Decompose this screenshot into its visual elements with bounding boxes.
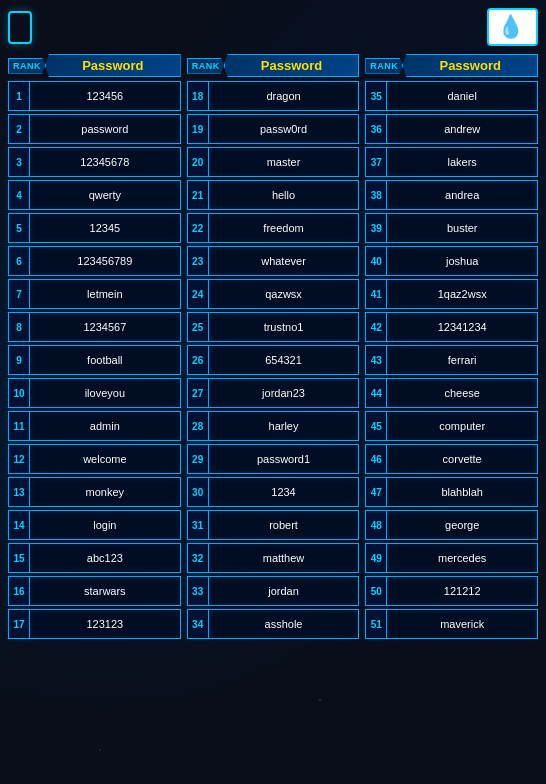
rank-number: 10 <box>8 378 30 408</box>
rank-header-label: RANK <box>8 58 46 74</box>
rank-number: 28 <box>187 411 209 441</box>
password-value: dragon <box>209 81 360 111</box>
password-header-label: Password <box>224 54 360 77</box>
rank-number: 13 <box>8 477 30 507</box>
rank-number: 47 <box>365 477 387 507</box>
password-value: andrew <box>387 114 538 144</box>
title-box <box>8 11 32 44</box>
table-row: 31robert <box>187 510 360 540</box>
password-value: freedom <box>209 213 360 243</box>
rank-number: 39 <box>365 213 387 243</box>
table-row: 43ferrari <box>365 345 538 375</box>
table-row: 48george <box>365 510 538 540</box>
password-value: andrea <box>387 180 538 210</box>
table-row: 46corvette <box>365 444 538 474</box>
table-row: 35daniel <box>365 81 538 111</box>
rank-number: 27 <box>187 378 209 408</box>
password-value: 123456789 <box>30 246 181 276</box>
password-value: ferrari <box>387 345 538 375</box>
password-value: 1qaz2wsx <box>387 279 538 309</box>
password-value: lakers <box>387 147 538 177</box>
rank-number: 40 <box>365 246 387 276</box>
password-value: monkey <box>30 477 181 507</box>
table-row: 9football <box>8 345 181 375</box>
password-value: 123123 <box>30 609 181 639</box>
password-value: blahblah <box>387 477 538 507</box>
table-row: 14login <box>8 510 181 540</box>
table-row: 51maverick <box>365 609 538 639</box>
password-value: asshole <box>209 609 360 639</box>
table-row: 7letmein <box>8 279 181 309</box>
table-row: 1123456 <box>8 81 181 111</box>
table-row: 18dragon <box>187 81 360 111</box>
rank-number: 4 <box>8 180 30 210</box>
page-header: 💧 <box>8 8 538 46</box>
table-row: 25trustno1 <box>187 312 360 342</box>
rank-number: 49 <box>365 543 387 573</box>
password-value: whatever <box>209 246 360 276</box>
table-row: 26654321 <box>187 345 360 375</box>
table-row: 50121212 <box>365 576 538 606</box>
rank-number: 2 <box>8 114 30 144</box>
rank-number: 16 <box>8 576 30 606</box>
rank-number: 33 <box>187 576 209 606</box>
table-row: 512345 <box>8 213 181 243</box>
table-row: 32matthew <box>187 543 360 573</box>
column-header: RANKPassword <box>187 54 360 77</box>
table-row: 37lakers <box>365 147 538 177</box>
table-row: 6123456789 <box>8 246 181 276</box>
table-row: 24qazwsx <box>187 279 360 309</box>
table-row: 411qaz2wsx <box>365 279 538 309</box>
password-header-label: Password <box>45 54 181 77</box>
table-row: 11admin <box>8 411 181 441</box>
rank-number: 35 <box>365 81 387 111</box>
table-row: 19passw0rd <box>187 114 360 144</box>
rank-number: 22 <box>187 213 209 243</box>
password-value: qwerty <box>30 180 181 210</box>
rank-number: 32 <box>187 543 209 573</box>
rank-number: 9 <box>8 345 30 375</box>
rank-number: 20 <box>187 147 209 177</box>
password-value: jordan23 <box>209 378 360 408</box>
rank-number: 18 <box>187 81 209 111</box>
rank-number: 21 <box>187 180 209 210</box>
table-row: 28harley <box>187 411 360 441</box>
password-value: passw0rd <box>209 114 360 144</box>
password-value: password <box>30 114 181 144</box>
rank-number: 44 <box>365 378 387 408</box>
password-value: 12345 <box>30 213 181 243</box>
password-value: master <box>209 147 360 177</box>
table-row: 301234 <box>187 477 360 507</box>
rank-number: 12 <box>8 444 30 474</box>
rank-number: 34 <box>187 609 209 639</box>
password-value: 12341234 <box>387 312 538 342</box>
table-row: 81234567 <box>8 312 181 342</box>
password-value: iloveyou <box>30 378 181 408</box>
rank-number: 41 <box>365 279 387 309</box>
logo-box: 💧 <box>487 8 538 46</box>
password-value: letmein <box>30 279 181 309</box>
password-value: daniel <box>387 81 538 111</box>
password-value: password1 <box>209 444 360 474</box>
column-2: RANKPassword18dragon19passw0rd20master21… <box>187 54 360 642</box>
column-header: RANKPassword <box>8 54 181 77</box>
rank-header-label: RANK <box>365 58 403 74</box>
table-row: 2password <box>8 114 181 144</box>
rank-number: 24 <box>187 279 209 309</box>
rank-number: 3 <box>8 147 30 177</box>
password-value: corvette <box>387 444 538 474</box>
password-value: 12345678 <box>30 147 181 177</box>
rank-number: 6 <box>8 246 30 276</box>
table-row: 312345678 <box>8 147 181 177</box>
table-row: 34asshole <box>187 609 360 639</box>
table-row: 13monkey <box>8 477 181 507</box>
password-value: george <box>387 510 538 540</box>
table-row: 23whatever <box>187 246 360 276</box>
rank-number: 25 <box>187 312 209 342</box>
password-value: computer <box>387 411 538 441</box>
password-value: qazwsx <box>209 279 360 309</box>
column-1: RANKPassword11234562password3123456784qw… <box>8 54 181 642</box>
password-value: starwars <box>30 576 181 606</box>
table-row: 49mercedes <box>365 543 538 573</box>
table-row: 12welcome <box>8 444 181 474</box>
